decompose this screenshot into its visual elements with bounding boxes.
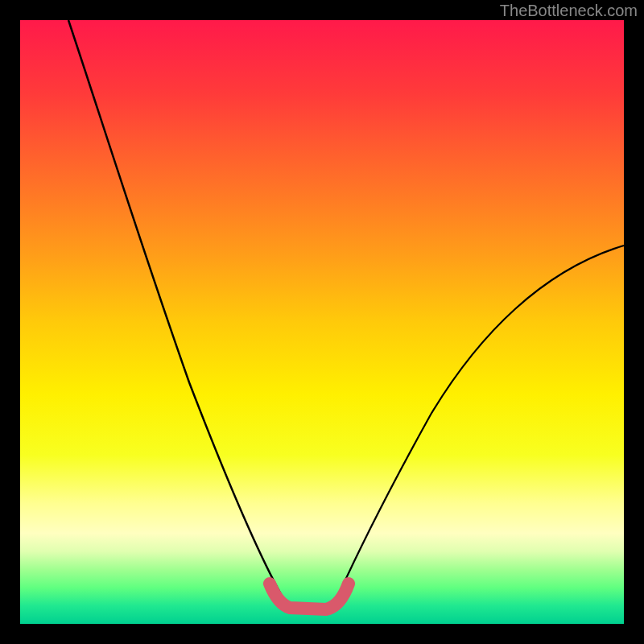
chart-svg — [20, 20, 624, 624]
curve-group — [68, 20, 624, 609]
bottom-connector — [270, 584, 349, 609]
left-curve — [68, 20, 282, 596]
plot-area — [20, 20, 624, 624]
chart-container: TheBottleneck.com — [0, 0, 644, 644]
watermark-text: TheBottleneck.com — [500, 2, 638, 20]
right-curve — [338, 246, 624, 596]
